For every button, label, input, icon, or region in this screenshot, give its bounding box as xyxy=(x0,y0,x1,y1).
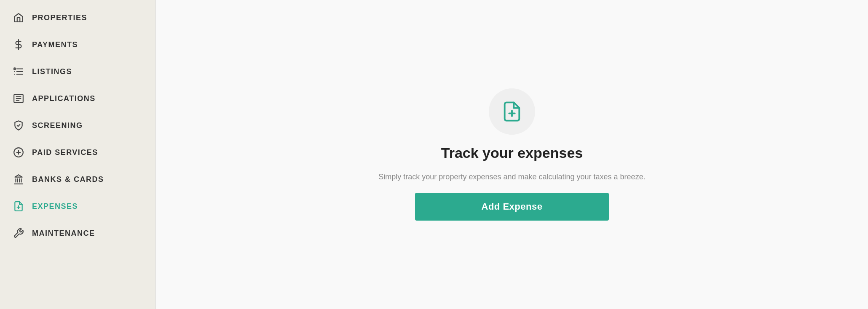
sidebar-item-paid-services-label: PAID SERVICES xyxy=(32,148,98,157)
sidebar-item-banks-cards-label: BANKS & CARDS xyxy=(32,175,104,184)
empty-state-icon-circle xyxy=(489,88,535,135)
sidebar: PROPERTIES PAYMENTS LISTINGS xyxy=(0,0,156,309)
sidebar-item-maintenance[interactable]: MAINTENANCE xyxy=(0,220,155,247)
sidebar-item-screening-label: SCREENING xyxy=(32,121,83,130)
main-content: Track your expenses Simply track your pr… xyxy=(156,0,868,309)
expenses-icon xyxy=(13,200,24,212)
empty-state-subtitle: Simply track your property expenses and … xyxy=(378,171,645,183)
sidebar-item-listings-label: LISTINGS xyxy=(32,67,72,76)
sidebar-item-applications-label: APPLICATIONS xyxy=(32,94,96,103)
listings-icon xyxy=(13,66,24,77)
sidebar-item-expenses-label: EXPENSES xyxy=(32,202,78,211)
empty-state-title: Track your expenses xyxy=(441,145,583,161)
sidebar-item-maintenance-label: MAINTENANCE xyxy=(32,229,95,238)
sidebar-item-properties-label: PROPERTIES xyxy=(32,13,87,22)
sidebar-item-applications[interactable]: APPLICATIONS xyxy=(0,85,155,112)
payments-icon xyxy=(13,39,24,51)
sidebar-item-screening[interactable]: SCREENING xyxy=(0,112,155,139)
empty-state: Track your expenses Simply track your pr… xyxy=(378,88,645,221)
add-expense-button[interactable]: Add Expense xyxy=(415,193,609,221)
sidebar-item-expenses[interactable]: EXPENSES xyxy=(0,193,155,220)
sidebar-item-banks-cards[interactable]: BANKS & CARDS xyxy=(0,166,155,193)
svg-marker-20 xyxy=(15,175,22,177)
expense-doc-icon xyxy=(501,101,523,123)
home-icon xyxy=(13,12,24,24)
screening-icon xyxy=(13,120,24,131)
maintenance-icon xyxy=(13,227,24,239)
sidebar-item-properties[interactable]: PROPERTIES xyxy=(0,4,155,31)
banks-icon xyxy=(13,173,24,185)
paid-services-icon xyxy=(13,147,24,158)
sidebar-item-paid-services[interactable]: PAID SERVICES xyxy=(0,139,155,166)
sidebar-item-payments[interactable]: PAYMENTS xyxy=(0,31,155,58)
sidebar-item-payments-label: PAYMENTS xyxy=(32,40,78,49)
sidebar-item-listings[interactable]: LISTINGS xyxy=(0,58,155,85)
applications-icon xyxy=(13,93,24,104)
